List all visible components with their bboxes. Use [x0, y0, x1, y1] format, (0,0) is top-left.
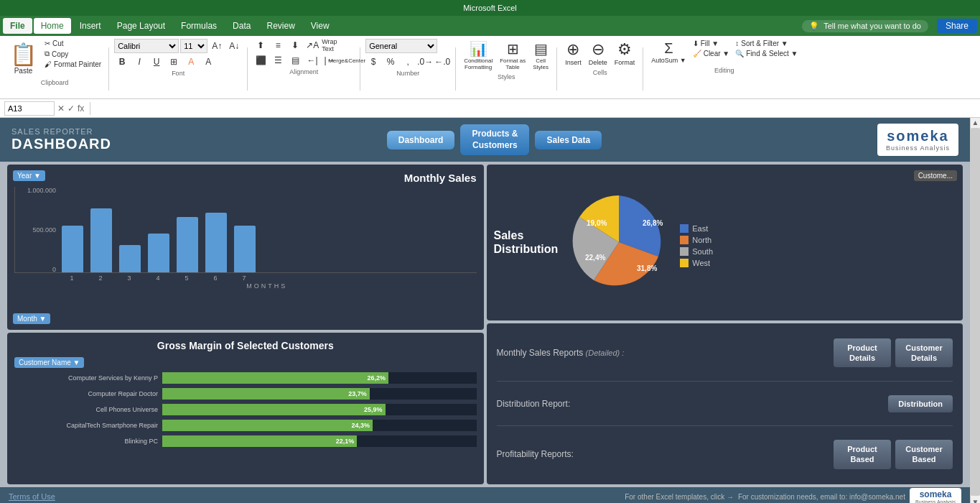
paste-label: Paste: [14, 67, 33, 75]
cut-button[interactable]: ✂ Cut: [42, 39, 103, 48]
scroll-down-button[interactable]: ▼: [971, 497, 980, 503]
fill-icon: ⬇: [693, 40, 699, 47]
vertical-scrollbar[interactable]: ▲ ▼: [970, 118, 980, 503]
formula-input[interactable]: [96, 103, 976, 114]
underline-button[interactable]: U: [149, 55, 164, 68]
styles-label: Styles: [498, 72, 515, 82]
font-label: Font: [172, 68, 185, 78]
align-right-button[interactable]: ▤: [287, 54, 303, 67]
fill-button[interactable]: ⬇ Fill ▼: [691, 39, 732, 48]
nav-sales-data-button[interactable]: Sales Data: [535, 131, 602, 149]
sales-distribution-panel: SalesDistribution: [487, 165, 963, 320]
align-middle-button[interactable]: ≡: [270, 39, 286, 52]
format-painter-icon: 🖌: [45, 60, 52, 68]
clear-button[interactable]: 🧹 Clear ▼: [691, 49, 732, 58]
main-wrapper: SALES REPORTER DASHBOARD Dashboard Produ…: [0, 118, 980, 503]
editing-group: Σ AutoSum ▼ ⬇ Fill ▼ 🧹 Clear ▼ ↕: [645, 39, 803, 75]
format-button[interactable]: ⚙ Format: [612, 39, 638, 68]
fill-color-button[interactable]: A: [183, 55, 199, 68]
scroll-thumb[interactable]: [971, 128, 980, 496]
currency-button[interactable]: $: [365, 55, 381, 68]
font-decrease-button[interactable]: A↓: [226, 40, 242, 52]
format-as-table-button[interactable]: ⊞ Format asTable: [497, 39, 528, 72]
paste-icon: 📋: [10, 42, 37, 67]
customer-details-button[interactable]: CustomerDetails: [895, 338, 953, 368]
nav-dashboard-button[interactable]: Dashboard: [387, 131, 455, 149]
distribution-buttons: Distribution: [888, 395, 953, 412]
delete-button[interactable]: ⊖ Delete: [586, 39, 610, 68]
sort-filter-button[interactable]: ↕ Sort & Filter ▼: [733, 39, 800, 48]
paste-button[interactable]: 📋 Paste: [6, 39, 41, 78]
profitability-label: Profitability Reports:: [497, 449, 574, 459]
terms-of-use-link[interactable]: Terms of Use: [9, 492, 55, 501]
align-center-button[interactable]: ☰: [270, 54, 286, 67]
number-format-select[interactable]: General: [365, 39, 437, 53]
font-size-select[interactable]: 11: [180, 39, 207, 53]
merge-center-button[interactable]: Merge&Center: [339, 54, 355, 67]
menu-item-formulas[interactable]: Formulas: [174, 18, 224, 34]
decrease-indent-button[interactable]: ←|: [304, 54, 320, 67]
month-dropdown[interactable]: Month ▼: [13, 313, 50, 324]
year-dropdown[interactable]: Year ▼: [13, 170, 45, 181]
distribution-row: Distribution Report: Distribution: [497, 395, 953, 412]
menu-item-home[interactable]: Home: [34, 18, 71, 34]
legend-dot-east: [680, 224, 689, 233]
bar-7: [234, 226, 256, 272]
border-button[interactable]: ⊞: [166, 55, 182, 68]
search-text: Tell me what you want to do: [823, 22, 921, 30]
insert-button[interactable]: ⊕ Insert: [562, 39, 584, 68]
increase-decimal-button[interactable]: .0→: [417, 55, 433, 68]
bar-1: [62, 226, 83, 272]
gm-bar-3: 25,9%: [162, 404, 477, 415]
insert-icon: ⊕: [566, 40, 579, 59]
font-family-select[interactable]: Calibri: [114, 39, 179, 53]
format-painter-button[interactable]: 🖌 Format Painter: [42, 60, 103, 69]
monthly-sales-panel: Year ▼ Monthly Sales 1.000.000 500.000 0: [7, 165, 484, 330]
menu-item-file[interactable]: File: [3, 18, 32, 34]
italic-button[interactable]: I: [131, 55, 147, 68]
menu-item-pagelayout[interactable]: Page Layout: [110, 18, 172, 34]
share-button[interactable]: Share: [937, 19, 977, 33]
format-icon: ⚙: [617, 40, 632, 59]
nav-products-customers-button[interactable]: Products &Customers: [460, 124, 529, 155]
font-increase-button[interactable]: A↑: [209, 40, 225, 52]
customer-name-dropdown[interactable]: Customer Name ▼: [14, 357, 84, 368]
conditional-formatting-button[interactable]: 📊 ConditionalFormatting: [461, 39, 495, 72]
legend-west: West: [680, 259, 713, 267]
profitability-row: Profitability Reports: ProductBased Cust…: [497, 440, 953, 469]
decrease-decimal-button[interactable]: ←.0: [434, 55, 450, 68]
menu-item-review[interactable]: Review: [259, 18, 302, 34]
find-select-button[interactable]: 🔍 Find & Select ▼: [733, 49, 800, 58]
comma-button[interactable]: ,: [400, 55, 416, 68]
monthly-sales-detail: (Detailed) :: [586, 349, 625, 357]
sd-customer-dropdown[interactable]: Custome...: [914, 170, 957, 181]
product-based-button[interactable]: ProductBased: [834, 440, 891, 469]
confirm-formula-icon[interactable]: ✓: [67, 103, 75, 114]
cell-styles-button[interactable]: ▤ CellStyles: [530, 39, 551, 72]
product-details-button[interactable]: ProductDetails: [834, 338, 891, 368]
footer-logo-sub: Business Analysis: [915, 499, 956, 504]
menu-item-view[interactable]: View: [304, 18, 337, 34]
autosum-button[interactable]: Σ AutoSum ▼: [648, 39, 689, 65]
customer-based-button[interactable]: CustomerBased: [895, 440, 953, 469]
bold-button[interactable]: B: [114, 55, 130, 68]
copy-button[interactable]: ⧉ Copy: [42, 49, 103, 59]
delete-icon: ⊖: [592, 40, 605, 59]
menu-item-data[interactable]: Data: [225, 18, 258, 34]
cancel-formula-icon[interactable]: ✕: [57, 103, 65, 114]
align-left-button[interactable]: ⬛: [253, 54, 269, 67]
clipboard-group: 📋 Paste ✂ Cut ⧉ Copy 🖌 Format Painter: [3, 39, 106, 88]
function-icon[interactable]: fx: [78, 103, 84, 114]
font-color-button[interactable]: A: [200, 55, 216, 68]
scroll-up-button[interactable]: ▲: [971, 118, 980, 126]
distribution-button[interactable]: Distribution: [888, 395, 953, 412]
text-direction-button[interactable]: ↗A: [304, 39, 320, 52]
name-box[interactable]: A13: [4, 101, 55, 116]
menu-item-insert[interactable]: Insert: [73, 18, 108, 34]
search-box[interactable]: 💡 Tell me what you want to do: [802, 20, 928, 32]
align-bottom-button[interactable]: ⬇: [287, 39, 303, 52]
percent-button[interactable]: %: [383, 55, 398, 68]
legend-label-north: North: [692, 236, 711, 244]
wrap-text-button[interactable]: Wrap Text: [322, 39, 337, 52]
align-top-button[interactable]: ⬆: [253, 39, 269, 52]
